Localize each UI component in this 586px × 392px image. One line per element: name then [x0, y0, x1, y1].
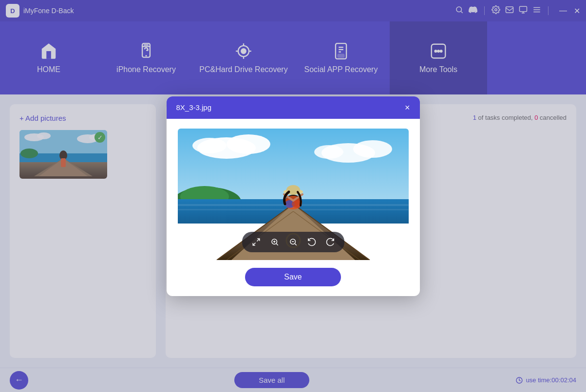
svg-line-67	[276, 243, 278, 245]
image-preview-area	[178, 129, 409, 260]
fullscreen-button[interactable]	[250, 236, 263, 248]
rotate-left-button[interactable]	[305, 236, 318, 248]
svg-point-41	[353, 140, 392, 158]
dialog-save-button[interactable]: Save	[245, 268, 340, 286]
image-preview-dialog: 8X_3-3.jpg ×	[167, 96, 420, 296]
image-toolbar	[242, 232, 344, 252]
zoom-out-button[interactable]	[287, 236, 300, 248]
dialog-close-button[interactable]: ×	[405, 103, 410, 112]
dialog-title: 8X_3-3.jpg	[176, 103, 212, 112]
dialog-body: Save	[167, 119, 420, 296]
svg-point-38	[227, 134, 270, 154]
zoom-in-button[interactable]	[268, 236, 281, 248]
dialog-overlay: 8X_3-3.jpg ×	[0, 0, 586, 392]
dialog-header: 8X_3-3.jpg ×	[167, 96, 420, 119]
svg-point-42	[314, 145, 343, 159]
svg-line-71	[295, 243, 296, 245]
svg-line-64	[257, 239, 259, 241]
svg-line-65	[253, 243, 255, 245]
rotate-right-button[interactable]	[324, 236, 337, 248]
svg-point-39	[192, 138, 227, 153]
